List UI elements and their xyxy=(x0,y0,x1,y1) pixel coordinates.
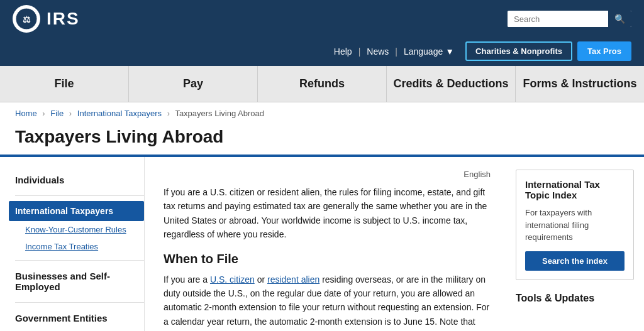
irs-logo-text: IRS xyxy=(47,9,80,29)
help-link[interactable]: Help xyxy=(328,46,358,57)
chevron-down-icon: ▼ xyxy=(445,46,454,57)
resident-alien-link[interactable]: resident alien xyxy=(267,274,319,285)
nav-bar: Help | News | Language ▼ Charities & Non… xyxy=(0,38,644,66)
search-bar[interactable]: 🔍 xyxy=(508,11,631,27)
language-label: Language xyxy=(404,46,443,57)
sidebar-individuals[interactable]: Individuals xyxy=(15,170,144,190)
breadcrumb-file[interactable]: File xyxy=(50,109,64,118)
header-right: 🔍 xyxy=(508,11,631,27)
page-title: Taxpayers Living Abroad xyxy=(15,127,629,147)
search-button[interactable]: 🔍 xyxy=(608,11,631,27)
irs-emblem: ⚖ xyxy=(13,5,40,33)
news-link[interactable]: News xyxy=(360,46,395,57)
nav-tab-credits[interactable]: Credits & Deductions xyxy=(387,66,516,102)
sidebar-item-know-customer[interactable]: Know-Your-Customer Rules xyxy=(15,221,144,238)
sidebar-businesses[interactable]: Businesses and Self-Employed xyxy=(15,266,144,297)
right-box-index: International Tax Topic Index For taxpay… xyxy=(516,170,634,280)
main-content: English If you are a U.S. citizen or res… xyxy=(145,157,506,331)
breadcrumb-sep2: › xyxy=(69,109,72,118)
breadcrumb-current: Taxpayers Living Abroad xyxy=(175,109,264,118)
main-nav: File Pay Refunds Credits & Deductions Fo… xyxy=(0,66,644,102)
logo-area: ⚖ IRS xyxy=(13,5,80,33)
nav-tab-pay[interactable]: Pay xyxy=(129,66,258,102)
breadcrumb-sep1: › xyxy=(42,109,45,118)
right-box-description: For taxpayers with international filing … xyxy=(525,207,625,244)
right-sidebar: International Tax Topic Index For taxpay… xyxy=(506,157,644,331)
svg-text:⚖: ⚖ xyxy=(23,14,31,24)
nav-tab-forms[interactable]: Forms & Instructions xyxy=(516,66,644,102)
when-to-file-paragraph: If you are a U.S. citizen or resident al… xyxy=(164,273,491,331)
search-index-button[interactable]: Search the index xyxy=(525,251,625,271)
intro-paragraph: If you are a U.S. citizen or resident al… xyxy=(164,185,491,242)
sidebar-government[interactable]: Government Entities xyxy=(15,308,144,328)
breadcrumb: Home › File › International Taxpayers › … xyxy=(0,102,644,122)
sidebar-item-international-taxpayers[interactable]: International Taxpayers xyxy=(9,201,144,221)
sidebar-divider3 xyxy=(15,302,144,303)
tools-updates-title: Tools & Updates xyxy=(516,293,634,304)
language-dropdown[interactable]: Language ▼ xyxy=(397,46,460,57)
sidebar-item-income-tax-treaties[interactable]: Income Tax Treaties xyxy=(15,238,144,255)
nav-tab-file[interactable]: File xyxy=(0,66,129,102)
right-box-title: International Tax Topic Index xyxy=(525,179,625,200)
language-indicator: English xyxy=(164,170,491,179)
breadcrumb-home[interactable]: Home xyxy=(15,109,37,118)
left-sidebar: Individuals International Taxpayers Know… xyxy=(0,157,145,331)
nav-links: Help | News | Language ▼ Charities & Non… xyxy=(328,41,631,61)
breadcrumb-sep3: › xyxy=(167,109,170,118)
when-to-file-heading: When to File xyxy=(164,252,491,266)
charities-nonprofits-button[interactable]: Charities & Nonprofits xyxy=(465,41,572,61)
content-area: Individuals International Taxpayers Know… xyxy=(0,157,644,331)
breadcrumb-international[interactable]: International Taxpayers xyxy=(77,109,162,118)
tax-pros-button[interactable]: Tax Pros xyxy=(577,41,631,61)
top-header: ⚖ IRS 🔍 xyxy=(0,0,644,38)
us-citizen-link[interactable]: U.S. citizen xyxy=(210,274,255,285)
page-title-area: Taxpayers Living Abroad xyxy=(0,122,644,157)
sidebar-divider2 xyxy=(15,260,144,261)
search-input[interactable] xyxy=(508,11,608,27)
sidebar-divider1 xyxy=(15,195,144,196)
nav-tab-refunds[interactable]: Refunds xyxy=(258,66,387,102)
